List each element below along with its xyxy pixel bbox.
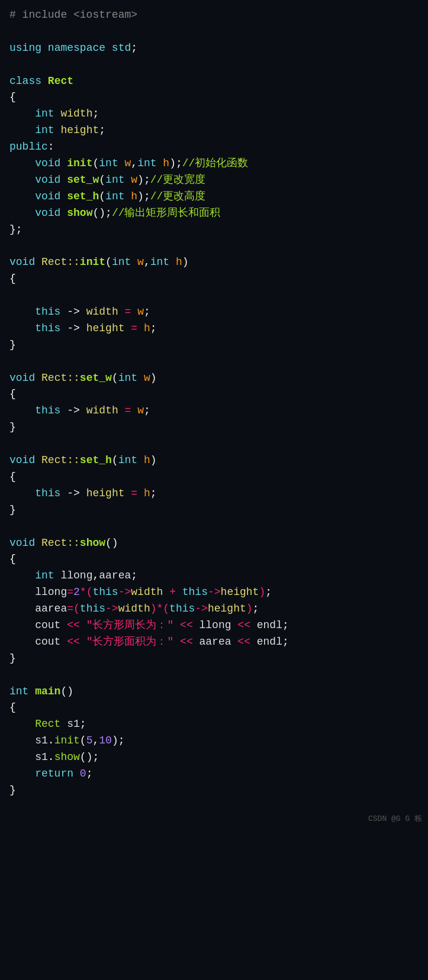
line-setw-close: } <box>9 419 419 436</box>
line-main-close: } <box>9 782 419 799</box>
line-seth-body: this -> height = h; <box>9 486 419 502</box>
line-init-open: { <box>9 271 419 287</box>
line-empty2 <box>9 57 419 73</box>
line-aarea-calc: aarea=(this->width)*(this->height); <box>9 601 419 617</box>
line-show-int: int llong,aarea; <box>9 568 419 584</box>
line-init-close: } <box>9 337 419 354</box>
line-show-decl: void show();//输出矩形周长和面积 <box>9 205 419 222</box>
line-empty1 <box>9 24 419 40</box>
line-this-width: this -> width = w; <box>9 304 419 321</box>
line-s1-init: s1.init(5,10); <box>9 733 419 749</box>
line-return: return 0; <box>9 766 419 782</box>
line-setw-def: void Rect::set_w(int w) <box>9 370 419 387</box>
line-using: using namespace std; <box>9 40 419 57</box>
line-class-end: }; <box>9 222 419 238</box>
line-this-height: this -> height = h; <box>9 321 419 337</box>
line-show-close: } <box>9 651 419 667</box>
line-int-height: int height; <box>9 122 419 139</box>
line-public: public: <box>9 139 419 156</box>
line-main-open: { <box>9 700 419 716</box>
line-cout2: cout << "长方形面积为：" << aarea << endl; <box>9 634 419 651</box>
line-show-open: { <box>9 551 419 568</box>
line-seth-def: void Rect::set_h(int h) <box>9 452 419 469</box>
line-rect-decl: Rect s1; <box>9 716 419 733</box>
line-brace1: { <box>9 89 419 106</box>
line-setw-open: { <box>9 386 419 403</box>
line-seth-close: } <box>9 502 419 519</box>
line-seth-open: { <box>9 469 419 486</box>
line-empty4 <box>9 287 419 304</box>
code-block: # include <iostream> using namespace std… <box>0 5 428 808</box>
line-seth-decl: void set_h(int h);//更改高度 <box>9 189 419 205</box>
line-include: # include <iostream> <box>9 7 419 24</box>
line-init-def: void Rect::init(int w,int h) <box>9 254 419 271</box>
line-class: class Rect <box>9 73 419 90</box>
line-llong-calc: llong=2*(this->width + this->height); <box>9 584 419 601</box>
watermark: CSDN @G G 栋 <box>0 813 428 825</box>
line-init-decl: void init(int w,int h);//初始化函数 <box>9 156 419 172</box>
line-int-width: int width; <box>9 106 419 122</box>
line-empty8 <box>9 667 419 684</box>
line-empty3 <box>9 238 419 254</box>
line-setw-decl: void set_w(int w);//更改宽度 <box>9 172 419 189</box>
line-show-def: void Rect::show() <box>9 535 419 552</box>
line-empty7 <box>9 519 419 535</box>
line-setw-body: this -> width = w; <box>9 403 419 419</box>
line-s1-show: s1.show(); <box>9 749 419 766</box>
line-cout1: cout << "长方形周长为：" << llong << endl; <box>9 617 419 634</box>
line-main-def: int main() <box>9 684 419 700</box>
line-empty5 <box>9 354 419 370</box>
line-empty6 <box>9 436 419 452</box>
